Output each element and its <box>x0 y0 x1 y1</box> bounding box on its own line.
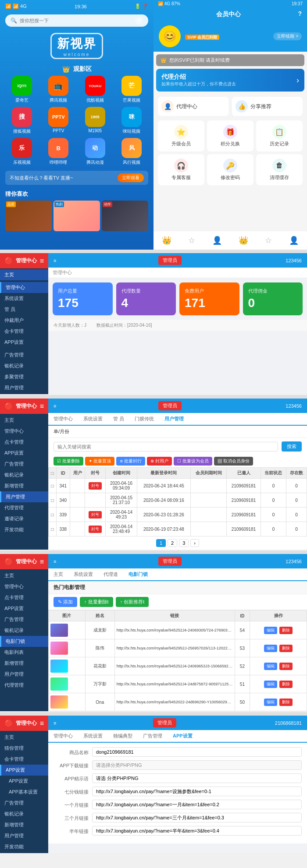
nav-user[interactable]: 👤 <box>212 236 222 245</box>
stream-migu[interactable]: 咪 咪咕视频 <box>115 107 149 134</box>
sidebar-item-points3[interactable]: 点卡管理 <box>0 592 48 603</box>
tab-ad4[interactable]: 广告管理 <box>138 730 168 743</box>
batch-top-btn[interactable]: ✦ 批量置顶 <box>85 457 114 466</box>
sidebar-item-mgmt2[interactable]: 管理中心 <box>0 426 48 437</box>
sidebar-item-dev2[interactable]: 开发功能 <box>0 524 48 535</box>
sidebar-item-log[interactable]: 银机记录 <box>0 360 48 371</box>
tab-app4[interactable]: APP设置 <box>168 730 198 743</box>
edit-movie-btn[interactable]: 编辑 <box>264 699 277 706</box>
renew-button[interactable]: 立即续期 > <box>273 32 302 40</box>
form-input-3month[interactable] <box>92 813 302 822</box>
share-recommend-card[interactable]: 👍 分享推荐 <box>232 97 303 116</box>
sidebar-item-media4[interactable]: 猜你管理 <box>0 743 48 754</box>
set-vip-btn[interactable]: ☐ 批量设为会员 <box>174 457 212 466</box>
sidebar-item-mgmt[interactable]: 管理中心 <box>0 282 48 293</box>
tab-system3[interactable]: 系统设置 <box>68 568 98 581</box>
nav-user-active[interactable]: 👤 <box>289 236 299 245</box>
batch-delete-btn[interactable]: ☑ 批量删除 <box>54 457 83 466</box>
sidebar-item-system[interactable]: 系统设置 <box>0 293 48 304</box>
tab-user-mgmt[interactable]: 用户管理 <box>159 413 189 426</box>
tab-manager[interactable]: 管 员 <box>108 413 129 426</box>
sidebar-item-movie3[interactable]: 电影门锁 <box>0 636 48 647</box>
td-checkbox[interactable]: □ <box>49 479 57 493</box>
delete-movie-btn[interactable]: 删除 <box>279 663 293 670</box>
page-next-btn[interactable]: › <box>190 539 199 547</box>
sidebar-item-ad3[interactable]: 广告管理 <box>0 614 48 625</box>
stream-mango[interactable]: 芒 芒果视频 <box>115 76 149 103</box>
sidebar-item-user[interactable]: 用户管理 <box>0 382 48 393</box>
tab-special4[interactable]: 独编典型 <box>108 730 138 743</box>
tab-main4[interactable]: 管理中心 <box>48 730 78 743</box>
stream-bilibili[interactable]: B 哔哩哔哩 <box>42 138 75 166</box>
seal-user-btn[interactable]: ⊗ 封用户 <box>147 457 172 466</box>
sidebar-item-app2[interactable]: APP设置 <box>0 448 48 459</box>
form-input-download[interactable] <box>92 760 302 770</box>
customer-service[interactable]: 🎧 专属客服 <box>158 154 204 185</box>
edit-movie-btn[interactable]: 编辑 <box>264 663 277 670</box>
thumb-2[interactable]: 热剧 <box>54 201 100 231</box>
stream-sohu[interactable]: 搜 搜狐视频 <box>5 107 39 134</box>
stream-letv[interactable]: 乐 乐视视频 <box>5 138 39 166</box>
sidebar-item-log3[interactable]: 银机记录 <box>0 625 48 636</box>
clear-cache[interactable]: 🗑 清理缓存 <box>256 154 303 185</box>
edit-movie-btn[interactable]: 编辑 <box>264 627 277 634</box>
form-input-halfyear[interactable] <box>92 826 302 836</box>
td-seal[interactable]: 封号 <box>85 522 106 536</box>
td-seal[interactable]: 封号 <box>85 479 106 493</box>
delete-movie-btn[interactable]: 删除 <box>279 699 293 706</box>
sidebar-item-app-details4[interactable]: APP设置 <box>4 776 48 787</box>
page-1-btn[interactable]: 1 <box>156 539 166 547</box>
tab-movie3[interactable]: 电影门锁 <box>123 568 153 581</box>
manage-btn-2[interactable]: 管理员 <box>158 401 182 410</box>
change-password[interactable]: 🔑 修改密码 <box>207 154 253 185</box>
manage-btn-1[interactable]: 管理员 <box>158 256 182 265</box>
td-seal[interactable]: 封号 <box>85 508 106 522</box>
delete-movie-btn[interactable]: 删除 <box>279 645 293 652</box>
manage-btn-3[interactable]: 管理员 <box>158 557 182 566</box>
form-input-appname[interactable] <box>92 747 302 757</box>
sidebar-item-app-basic4[interactable]: APP基本设置 <box>4 787 48 797</box>
right-question-icon[interactable]: ? <box>298 10 302 17</box>
seal-btn[interactable]: 封号 <box>89 482 102 490</box>
watch-now-button[interactable]: 立即观看 <box>118 173 144 182</box>
sidebar-item-home-3[interactable]: 主页 <box>0 570 48 581</box>
sidebar-item-home[interactable]: 主页 <box>0 269 48 280</box>
edit-movie-btn[interactable]: 编辑 <box>264 645 277 652</box>
cancel-vip-btn[interactable]: ▦ 取消会员身份 <box>214 457 253 466</box>
search-bar[interactable]: 🔍 ? <box>5 14 148 27</box>
stream-m1905[interactable]: 1905 M1905 <box>79 107 112 134</box>
td-checkbox[interactable]: □ <box>49 522 57 536</box>
stream-youku[interactable]: YOUKU 优酷视频 <box>79 76 112 103</box>
stream-fenxing[interactable]: 风 风行视频 <box>115 138 149 166</box>
nav-star2[interactable]: ☆ <box>265 236 272 245</box>
stream-iqiyi[interactable]: iQIYI 爱奇艺 <box>5 76 39 103</box>
sidebar-item-movie-list3[interactable]: 电影列表 <box>0 647 48 658</box>
user-search-input[interactable] <box>54 442 278 452</box>
sidebar-item-mgmt3[interactable]: 管理中心 <box>0 581 48 592</box>
stream-pptv[interactable]: PPTV PPTV <box>42 107 75 134</box>
td-checkbox[interactable]: □ <box>49 508 57 522</box>
upgrade-member[interactable]: ⭐ 升级会员 <box>158 120 204 152</box>
stream-qq-anim[interactable]: 动 腾讯动漫 <box>79 138 112 166</box>
delete-movie-btn[interactable]: 删除 <box>279 627 293 634</box>
td-checkbox[interactable]: □ <box>49 493 57 508</box>
sidebar-menu-icon-4[interactable]: ≡ <box>40 720 44 727</box>
sidebar-item-ad4[interactable]: 广告管理 <box>0 797 48 808</box>
batch-recommend-btn[interactable]: ↑ 创新推荐t <box>116 597 149 607</box>
sidebar-item-notice4[interactable]: 银机记录 <box>0 808 48 819</box>
sidebar-item-new3[interactable]: 新增管理 <box>0 658 48 669</box>
agent-center-card[interactable]: 👤 代理中心 <box>158 97 228 116</box>
search-input[interactable] <box>20 18 132 23</box>
sidebar-item-ad[interactable]: 广告管理 <box>0 349 48 360</box>
sidebar-item-app3[interactable]: APP设置 <box>0 603 48 614</box>
form-input-slogan[interactable] <box>92 773 302 783</box>
page-2-btn[interactable]: 2 <box>168 539 177 547</box>
stream-tencent[interactable]: 📺 腾讯视频 <box>42 76 75 103</box>
thumb-1[interactable]: 品质 <box>5 201 52 231</box>
tab-agent3[interactable]: 代理道 <box>98 568 123 581</box>
seal-btn[interactable]: 封号 <box>89 511 102 519</box>
nav-star[interactable]: ☆ <box>188 236 195 245</box>
sidebar-item-user2[interactable]: 用户管理 <box>0 491 48 502</box>
sidebar-item-user3[interactable]: 用户管理 <box>0 669 48 680</box>
batch-delete-movie-btn[interactable]: ↑ 批量删除t <box>80 597 113 607</box>
